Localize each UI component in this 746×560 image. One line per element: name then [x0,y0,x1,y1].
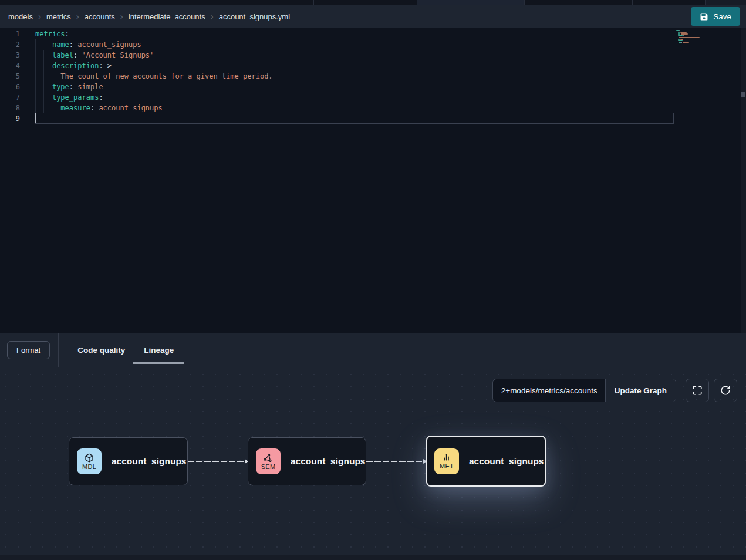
code-text: type: simple [35,82,103,92]
editor-tab[interactable] [0,0,103,5]
minimap-line [680,39,683,40]
editor-scrollbar-handle[interactable] [741,92,745,97]
lineage-selector-group: Update Graph [492,379,676,402]
tab-code-quality[interactable]: Code quality [77,346,125,355]
node-type-label: MET [440,463,454,470]
line-number: 3 [0,50,20,60]
line-number: 1 [0,29,20,39]
code-line[interactable]: 3 label: 'Account Signups' [0,50,746,60]
breadcrumb-item[interactable]: account_signups.yml [219,12,290,21]
minimap[interactable] [676,30,710,48]
node-type-badge: MET [434,448,459,474]
lineage-node-met[interactable]: METaccount_signups [426,436,546,487]
code-line[interactable]: 4 description: > [0,60,746,71]
node-label: account_signups [469,456,544,467]
breadcrumb-separator-icon: › [211,12,214,22]
code-line[interactable]: 6 type: simple [0,82,746,92]
line-number: 6 [0,82,20,92]
lineage-node-sem[interactable]: SEMaccount_signups [248,437,366,485]
editor-tab-strip [0,0,746,5]
minimap-line [678,40,683,41]
minimap-line [680,32,687,33]
lineage-edge [188,461,248,462]
indent-guide [43,50,44,113]
code-line[interactable]: 5 The count of new accounts for a given … [0,71,746,82]
refresh-icon [720,385,731,396]
line-number: 4 [0,60,20,71]
code-text: - name: account_signups [35,39,141,50]
line-number: 9 [0,113,20,124]
code-text: metrics: [35,29,69,39]
code-line[interactable]: 8 measure: account_signups [0,103,746,113]
minimap-line [683,42,689,43]
editor-tab[interactable] [207,0,314,5]
save-button-label: Save [713,12,731,21]
line-number: 2 [0,39,20,50]
breadcrumb-separator-icon: › [120,12,123,22]
code-text: measure: account_signups [35,103,163,113]
node-type-badge: SEM [256,448,281,474]
fullscreen-icon [692,385,703,396]
line-number: 5 [0,71,20,82]
breadcrumb-item[interactable]: metrics [46,12,71,21]
minimap-line [683,40,683,41]
breadcrumb-separator-icon: › [38,12,41,22]
line-number: 8 [0,103,20,113]
minimap-line [679,30,680,31]
code-text: type_params: [35,92,103,103]
breadcrumb: models›metrics›accounts›intermediate_acc… [8,12,290,22]
line-number: 7 [0,92,20,103]
semantic-model-icon [264,453,273,463]
breadcrumb-separator-icon: › [76,12,79,22]
lineage-selector-input[interactable] [493,379,605,402]
code-line[interactable]: 7 type_params: [0,92,746,103]
lineage-edge [366,461,426,462]
metric-chart-icon [442,453,451,462]
code-text: label: 'Account Signups' [35,50,154,60]
minimap-line [678,35,683,36]
minimap-line [681,33,688,35]
lineage-controls: Update Graph [492,379,737,402]
panel-tab-row: Format Code qualityLineage [0,333,746,367]
editor-tab[interactable] [314,0,417,5]
node-type-badge: MDL [77,448,102,474]
code-line[interactable]: 2 - name: account_signups [0,39,746,50]
node-label: account_signups [291,456,365,467]
indent-guide [35,39,36,113]
code-line[interactable]: 1metrics: [0,29,746,39]
minimap-line [681,42,682,43]
minimap-line [679,37,700,38]
code-text: description: > [35,60,112,71]
editor-tab[interactable] [706,0,746,5]
refresh-graph-button[interactable] [714,379,737,402]
breadcrumb-item[interactable]: intermediate_accounts [129,12,205,21]
indent-guide [52,71,52,113]
editor-tab[interactable] [525,0,633,5]
node-type-label: MDL [82,463,96,470]
save-button[interactable]: Save [691,7,740,26]
ide-window: models›metrics›accounts›intermediate_acc… [0,0,746,560]
canvas-bottom-edge [0,555,746,560]
tab-lineage[interactable]: Lineage [144,346,174,355]
code-text: The count of new accounts for a given ti… [35,71,273,82]
editor-tab[interactable] [633,0,706,5]
fullscreen-button[interactable] [686,379,709,402]
save-icon [700,12,708,21]
active-line-highlight [35,113,674,124]
editor-scrollbar[interactable] [741,28,746,333]
minimap-line [683,35,684,36]
lineage-canvas[interactable]: Update Graph MDLaccount_signupsSEMaccou [0,367,746,555]
update-graph-button[interactable]: Update Graph [605,379,676,402]
text-cursor [35,113,36,123]
lineage-node-mdl[interactable]: MDLaccount_signups [69,437,188,485]
breadcrumb-bar: models›metrics›accounts›intermediate_acc… [0,5,746,28]
breadcrumb-item[interactable]: models [8,12,33,21]
model-cube-icon [85,453,94,463]
format-button[interactable]: Format [7,341,50,359]
breadcrumb-item[interactable]: accounts [85,12,115,21]
editor-tab[interactable] [103,0,207,5]
node-label: account_signups [112,456,186,467]
node-type-label: SEM [261,463,276,470]
code-editor[interactable]: 1metrics:2 - name: account_signups3 labe… [0,28,746,333]
editor-tab[interactable] [417,0,525,5]
